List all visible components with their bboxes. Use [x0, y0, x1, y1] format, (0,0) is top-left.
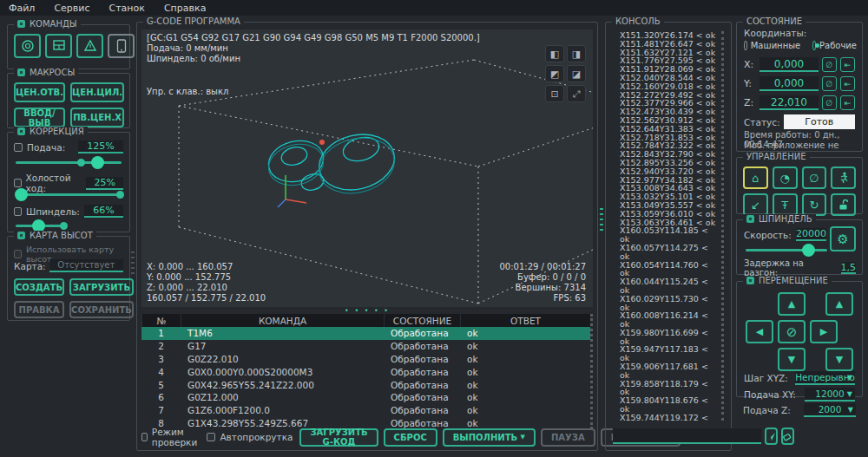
- view-front-button[interactable]: ◩: [545, 65, 564, 82]
- table-row[interactable]: 5 G0X42.965Y55.241Z22.000 Обработана ok: [141, 378, 590, 391]
- spinup-delay-label: Задержка на разгон:: [744, 258, 837, 277]
- spindle-toggle-button[interactable]: ⚙: [830, 226, 856, 251]
- table-row[interactable]: 7 G1Z6.000F1200.0 Обработана ok: [141, 404, 590, 417]
- heightmap-save-button[interactable]: СОХРАНИТЬ: [69, 301, 134, 318]
- machine-coords-radio[interactable]: [744, 41, 747, 50]
- row-command: G0X0.000Y0.000S20000M3: [181, 367, 384, 377]
- table-row[interactable]: 1 T1M6 Обработана ok: [141, 327, 590, 340]
- x-axis-label: X:: [744, 59, 756, 70]
- macro-button[interactable]: ПВ.ЦЕН.Х: [70, 108, 124, 127]
- probe-command-button[interactable]: [76, 34, 103, 58]
- menu-item[interactable]: Станок: [109, 3, 145, 14]
- table-row[interactable]: 6 G0Z12.000 Обработана ok: [141, 391, 590, 404]
- check-mode-checkbox[interactable]: [141, 433, 148, 441]
- feed-override-checkbox[interactable]: [14, 143, 23, 152]
- feed-xy-select[interactable]: 12000▼: [805, 388, 855, 402]
- heightmap-create-button[interactable]: СОЗДАТЬ: [14, 278, 64, 296]
- y-zero-button[interactable]: ∅: [822, 76, 837, 91]
- y-position-field[interactable]: 0,000: [760, 76, 819, 91]
- jog-z-minus-button[interactable]: ▼: [825, 348, 853, 371]
- jog-x-minus-button[interactable]: ◀: [746, 320, 773, 343]
- panel-collapse-toggle[interactable]: [746, 277, 754, 284]
- pause-button[interactable]: ПАУЗА: [541, 428, 595, 447]
- spindle-command-button[interactable]: [14, 34, 41, 58]
- heightmap-edit-button[interactable]: ПРАВКА: [14, 301, 64, 318]
- step-xyz-select[interactable]: Непрерывно▼: [795, 371, 855, 385]
- autoscroll-checkbox[interactable]: [207, 433, 215, 441]
- spinup-delay-field[interactable]: 1,5: [841, 262, 857, 274]
- splitter-handle[interactable]: [131, 251, 135, 277]
- z-axis-label: Z:: [744, 97, 756, 108]
- view-fit-button[interactable]: ⊡: [545, 85, 564, 102]
- spindle-speed-field[interactable]: 20000: [796, 228, 826, 241]
- menu-item[interactable]: Файл: [9, 3, 35, 14]
- y-goto-button[interactable]: ⇤: [840, 76, 855, 91]
- load-gcode-button[interactable]: ЗАГРУЗИТЬ G-КОД: [299, 428, 378, 447]
- x-zero-button[interactable]: ∅: [822, 57, 837, 72]
- z-probe-button[interactable]: Ŧ: [773, 193, 798, 216]
- row-response: ok: [460, 380, 590, 390]
- mobile-app-button[interactable]: [108, 34, 135, 58]
- table-row[interactable]: 4 G0X0.000Y0.000S20000M3 Обработана ok: [141, 365, 590, 378]
- macros-panel: МАКРОСЫ ЦЕН.ОТВ.ЦЕН.ЦИЛ.ВВОД/ВЫВПВ.ЦЕН.Х: [7, 73, 130, 128]
- spindle-override-checkbox[interactable]: [14, 207, 22, 216]
- console-command-input[interactable]: [613, 428, 761, 444]
- z-zero-button[interactable]: ∅: [822, 95, 837, 110]
- console-clear-button[interactable]: [781, 428, 794, 445]
- console-line: X159.858Y118.179 < ok: [620, 380, 718, 397]
- splitter-handle[interactable]: [600, 208, 603, 234]
- panel-collapse-toggle[interactable]: [17, 69, 25, 76]
- jog-y-plus-button[interactable]: ▲: [778, 292, 806, 316]
- probe-search-button[interactable]: ◔: [773, 166, 798, 189]
- unlock-button[interactable]: [831, 193, 856, 216]
- rapid-override-slider[interactable]: [14, 188, 123, 200]
- panel-collapse-toggle[interactable]: [17, 20, 25, 28]
- view-isometric-button[interactable]: ◨: [567, 45, 586, 62]
- use-heightmap-checkbox[interactable]: [14, 250, 22, 258]
- return-to-zero-button[interactable]: ↙: [743, 193, 768, 216]
- spindle-override-slider[interactable]: [14, 219, 123, 232]
- jog-z-plus-button[interactable]: ▲: [825, 292, 853, 316]
- panel-collapse-toggle[interactable]: [746, 215, 754, 223]
- table-row[interactable]: 2 G17 Обработана ok: [141, 340, 590, 353]
- restart-button[interactable]: ↻: [802, 193, 827, 216]
- panel-collapse-toggle[interactable]: [17, 127, 25, 135]
- view-expand-button[interactable]: ⤢: [567, 85, 586, 102]
- menu-item[interactable]: Сервис: [54, 3, 89, 14]
- table-header-cell: СОСТОЯНИЕ: [384, 314, 460, 327]
- table-row[interactable]: 3 G0Z22.010 Обработана ok: [141, 353, 590, 366]
- panel-collapse-toggle[interactable]: [17, 232, 25, 239]
- z-position-field[interactable]: 22,010: [760, 95, 819, 110]
- spindle-speed-slider[interactable]: [744, 244, 829, 256]
- machine-info-button[interactable]: [45, 34, 72, 58]
- toolpath-visualizer[interactable]: [GC:G1 G54 G92 G17 G21 G90 G94 G49 G98 G…: [141, 29, 593, 307]
- z-goto-button[interactable]: ⇤: [840, 95, 855, 110]
- work-coords-radio[interactable]: [812, 41, 816, 50]
- gcode-table[interactable]: №КОМАНДАСОСТОЯНИЕОТВЕТ 1 T1M6 Обработана…: [141, 314, 593, 429]
- macro-button[interactable]: ЦЕН.ЦИЛ.: [70, 82, 124, 102]
- home-button[interactable]: ⌂: [743, 166, 768, 189]
- x-position-field[interactable]: 0,000: [760, 57, 819, 72]
- feed-override-value[interactable]: 125%: [78, 140, 123, 153]
- zero-xy-button[interactable]: ∅: [802, 166, 827, 189]
- console-send-button[interactable]: [765, 428, 778, 445]
- row-number: 5: [141, 380, 181, 390]
- menu-item[interactable]: Справка: [164, 3, 206, 14]
- jog-stop-button[interactable]: ⊘: [778, 320, 806, 343]
- macro-button[interactable]: ВВОД/ВЫВ: [14, 108, 65, 127]
- safe-position-button[interactable]: [831, 166, 856, 189]
- spindle-override-value[interactable]: 66%: [84, 205, 123, 218]
- console-output[interactable]: X151.320Y26.174 < okX151.481Y26.647 < ok…: [613, 31, 724, 421]
- heightmap-load-button[interactable]: ЗАГРУЗИТЬ: [69, 278, 134, 296]
- view-top-button[interactable]: ◧: [545, 45, 564, 62]
- macro-button[interactable]: ЦЕН.ОТВ.: [14, 82, 65, 102]
- row-response: ok: [460, 392, 590, 402]
- view-side-button[interactable]: ◪: [567, 65, 586, 82]
- reset-button[interactable]: СБРОС: [384, 428, 437, 447]
- feed-z-select[interactable]: 2000▼: [804, 403, 856, 417]
- jog-y-minus-button[interactable]: ▼: [778, 348, 806, 371]
- rapid-override-checkbox[interactable]: [14, 179, 22, 187]
- run-button[interactable]: ВЫПОЛНИТЬ ▼: [443, 428, 536, 447]
- x-goto-button[interactable]: ⇤: [840, 57, 855, 72]
- feed-override-slider[interactable]: [14, 156, 123, 168]
